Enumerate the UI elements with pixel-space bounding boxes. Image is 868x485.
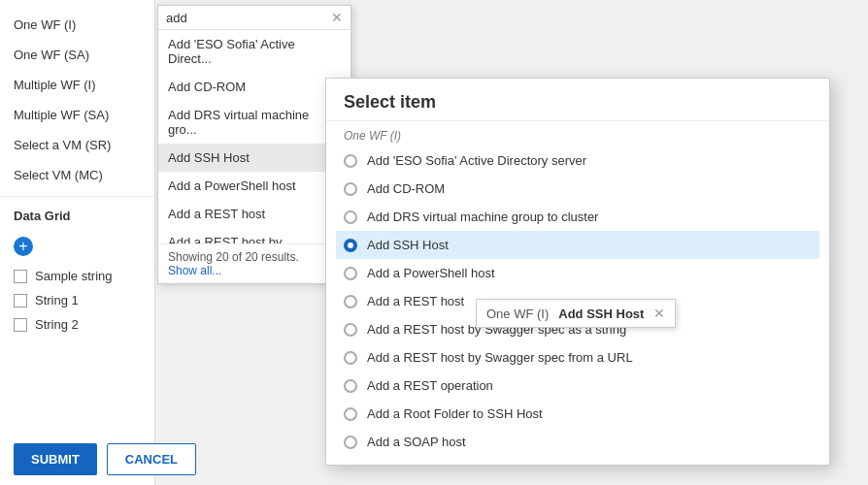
select-modal-item-label-root-folder-ssh: Add a Root Folder to SSH Host [367,406,543,421]
select-modal-group-label: One WF (I) [326,121,829,146]
dropdown-item-add-drs[interactable]: Add DRS virtual machine gro... [158,101,351,144]
select-modal-item-root-folder-ssh[interactable]: Add a Root Folder to SSH Host [336,400,819,428]
dropdown-item-add-eso[interactable]: Add 'ESO Sofia' Active Direct... [158,30,351,73]
radio-powershell[interactable] [344,267,357,280]
select-modal-item-cd-rom[interactable]: Add CD-ROM [336,175,819,203]
select-modal-item-label-add-ssh: Add SSH Host [367,238,449,252]
dropdown-item-add-rest[interactable]: Add a REST host [158,200,351,228]
radio-soap-host[interactable] [344,436,357,449]
left-panel: One WF (I)One WF (SA)Multiple WF (I)Mult… [0,0,155,485]
selected-tag-close-button[interactable]: ✕ [653,306,665,321]
sidebar-item-one-wf-sa[interactable]: One WF (SA) [0,40,154,70]
datagrid-checkbox-string-1[interactable] [14,294,27,307]
sidebar-item-multiple-wf-sa[interactable]: Multiple WF (SA) [0,100,154,130]
add-datagrid-button[interactable]: + [0,229,154,264]
datagrid-row-sample-string: Sample string [0,264,154,288]
dropdown-search-input[interactable] [166,11,331,25]
radio-rest-swagger-string[interactable] [344,323,357,337]
select-modal-item-powershell[interactable]: Add a PowerShell host [336,259,819,287]
select-modal-item-label-cd-rom: Add CD-ROM [367,181,445,196]
select-modal-item-add-ssh[interactable]: Add SSH Host [336,231,819,259]
radio-root-folder-ssh[interactable] [344,407,357,421]
radio-rest-swagger-url[interactable] [344,351,357,365]
select-modal-item-eso-sofia[interactable]: Add 'ESO Sofia' Active Directory server [336,146,819,175]
dropdown-search-bar: ✕ [158,6,351,30]
dropdown-panel: ✕ Add 'ESO Sofia' Active Direct...Add CD… [157,5,351,284]
selected-tag-name: Add SSH Host [558,307,644,321]
datagrid-row-string-2: String 2 [0,312,154,337]
sidebar-item-multiple-wf-i[interactable]: Multiple WF (I) [0,70,154,100]
select-modal-item-label-drs-vm: Add DRS virtual machine group to cluster [367,210,598,224]
select-modal-item-label-rest-host: Add a REST host [367,294,464,308]
submit-button[interactable]: SUBMIT [14,443,97,475]
radio-rest-host[interactable] [344,295,357,308]
selected-tag-wf: One WF (I) [486,307,549,321]
selected-tag: One WF (I) Add SSH Host ✕ [476,299,676,328]
sidebar-item-select-vm-sr[interactable]: Select a VM (SR) [0,130,154,160]
dropdown-item-add-cdrom[interactable]: Add CD-ROM [158,73,351,101]
datagrid-text-string-1: String 1 [35,293,79,307]
select-modal-item-label-soap-host: Add a SOAP host [367,435,466,449]
select-modal-item-label-rest-swagger-url: Add a REST host by Swagger spec from a U… [367,350,633,365]
sidebar-item-one-wf-i[interactable]: One WF (I) [0,10,154,40]
select-modal-item-soap-host[interactable]: Add a SOAP host [336,428,819,456]
radio-add-ssh[interactable] [344,239,357,252]
dropdown-footer: Showing 20 of 20 results. Show all... [158,243,351,283]
datagrid-checkbox-string-2[interactable] [14,318,27,332]
datagrid-checkbox-sample-string[interactable] [14,270,27,283]
select-modal-item-label-eso-sofia: Add 'ESO Sofia' Active Directory server [367,153,586,168]
radio-eso-sofia[interactable] [344,154,357,168]
datagrid-text-string-2: String 2 [35,317,79,332]
select-item-modal: Select item One WF (I) Add 'ESO Sofia' A… [325,78,830,466]
datagrid-label: Data Grid [0,203,154,229]
datagrid-text-sample-string: Sample string [35,269,112,283]
dropdown-item-add-powershell[interactable]: Add a PowerShell host [158,172,351,200]
radio-drs-vm[interactable] [344,210,357,224]
dropdown-list: Add 'ESO Sofia' Active Direct...Add CD-R… [158,30,351,243]
dropdown-clear-button[interactable]: ✕ [331,10,343,25]
dropdown-item-add-ssh[interactable]: Add SSH Host [158,144,351,172]
select-modal-item-drs-vm[interactable]: Add DRS virtual machine group to cluster [336,203,819,231]
select-modal-title: Select item [326,79,829,121]
cancel-button[interactable]: CANCEL [107,443,196,475]
divider [0,196,154,197]
sidebar-item-select-vm-mc[interactable]: Select VM (MC) [0,160,154,190]
plus-icon[interactable]: + [14,237,33,256]
dropdown-results-text: Showing 20 of 20 results. [168,250,299,264]
bottom-buttons: SUBMIT CANCEL [0,443,210,475]
select-modal-item-rest-operation[interactable]: Add a REST operation [336,372,819,400]
select-modal-item-label-powershell: Add a PowerShell host [367,266,495,280]
datagrid-row-string-1: String 1 [0,288,154,312]
show-all-link[interactable]: Show all... [168,264,221,277]
radio-rest-operation[interactable] [344,379,357,393]
select-modal-item-label-rest-operation: Add a REST operation [367,378,493,393]
dropdown-item-add-rest-swagger-1[interactable]: Add a REST host by Swagger... [158,228,351,243]
select-modal-item-rest-swagger-url[interactable]: Add a REST host by Swagger spec from a U… [336,343,819,372]
radio-cd-rom[interactable] [344,182,357,196]
